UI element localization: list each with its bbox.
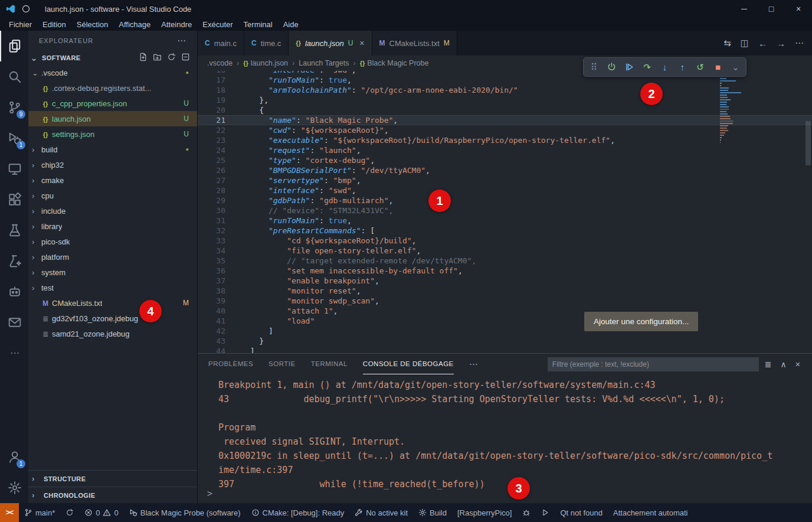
status-build[interactable]: Build	[413, 503, 452, 522]
status-cmake-status[interactable]: CMake: [Debug]: Ready	[246, 503, 350, 522]
menu-selection[interactable]: Sélection	[71, 20, 113, 29]
menu-edition[interactable]: Edition	[37, 20, 71, 29]
status-variant[interactable]: [RaspberryPico]	[452, 503, 517, 522]
tree-item-launch-json[interactable]: {}launch.jsonU	[28, 111, 197, 126]
menu-fichier[interactable]: Fichier	[4, 20, 37, 29]
debug-console[interactable]: Breakpoint 1, main () at /mnt/data/git/o…	[198, 374, 812, 503]
panel-tab-console-de-debogage[interactable]: CONSOLE DE DÉBOGAGE	[363, 354, 454, 374]
tab-launch-json[interactable]: {}launch.jsonU×	[289, 31, 372, 56]
tree-item-samd21-ozone-jdebug[interactable]: ≣samd21_ozone.jdebug	[28, 326, 197, 341]
panel-tab-sortie[interactable]: SORTIE	[269, 354, 296, 374]
status-git-branch[interactable]: main*	[19, 503, 60, 522]
minimize-button[interactable]: ─	[731, 0, 758, 18]
activity-testing[interactable]	[0, 215, 28, 246]
status-sync[interactable]	[60, 503, 79, 522]
status-debug-config[interactable]: Black Magic Probe (software)	[124, 503, 246, 522]
tab-cmakelists-txt[interactable]: MCMakeLists.txtM	[372, 31, 457, 56]
tab-main-c[interactable]: Cmain.c	[198, 31, 244, 56]
status-launch[interactable]	[536, 503, 555, 522]
clear-console-icon[interactable]: ≣	[765, 360, 772, 369]
add-configuration-button[interactable]: Ajouter une configuration...	[584, 312, 698, 331]
more-actions-icon[interactable]: ⋯	[177, 35, 186, 46]
filter-input[interactable]	[552, 360, 754, 368]
tree-item-gd32vf103-ozone-jdebug[interactable]: ≣gd32vf103_ozone.jdebug	[28, 311, 197, 326]
tree-item-build[interactable]: ›build●	[28, 142, 197, 157]
step-out-icon[interactable]: ↑	[676, 60, 689, 74]
activity-packages[interactable]	[0, 307, 28, 338]
activity-run-and-debug[interactable]: 1	[0, 123, 28, 154]
activity-search[interactable]	[0, 61, 28, 92]
panel-tab-problemes[interactable]: PROBLÈMES	[208, 354, 253, 374]
close-panel-icon[interactable]: ×	[795, 360, 800, 369]
tree-item-library[interactable]: ›library	[28, 218, 197, 234]
tree-item-chip32[interactable]: ›chip32	[28, 157, 197, 172]
section-structure[interactable]: ›STRUCTURE	[28, 470, 197, 487]
tree-item-test[interactable]: ›test	[28, 280, 197, 295]
tree-item-platform[interactable]: ›platform	[28, 249, 197, 265]
panel-tab-terminal[interactable]: TERMINAL	[311, 354, 348, 374]
section-software[interactable]: ⌄ SOFTWARE	[28, 51, 197, 65]
more-actions-icon[interactable]: ⋯	[795, 38, 804, 48]
breadcrumb-vscode[interactable]: .vscode	[207, 59, 233, 67]
menu-terminal[interactable]: Terminal	[238, 20, 278, 29]
tree-item-system[interactable]: ›system	[28, 265, 197, 280]
breadcrumb-launch-json[interactable]: {}launch.json	[243, 59, 288, 67]
tree-item-settings-json[interactable]: {}settings.jsonU	[28, 126, 197, 142]
status-active-kit[interactable]: No active kit	[349, 503, 413, 522]
maximize-button[interactable]: □	[758, 0, 785, 18]
tree-item-cmakelists-txt[interactable]: MCMakeLists.txtM	[28, 295, 197, 311]
refresh-icon[interactable]	[167, 53, 176, 63]
tree-item-pico-sdk[interactable]: ›pico-sdk	[28, 234, 197, 249]
more-actions-icon[interactable]: ⋯	[469, 359, 478, 370]
remote-indicator[interactable]: ><	[0, 503, 19, 522]
restart-icon[interactable]: ↺	[694, 60, 706, 74]
status-problems[interactable]: 00	[79, 503, 123, 522]
editor-scrollbar[interactable]	[806, 121, 811, 165]
status-qt[interactable]: Qt not found	[555, 503, 608, 522]
activity-remote-explorer[interactable]	[0, 154, 28, 184]
tree-item-c-cpp-properties-json[interactable]: {}c_cpp_properties.jsonU	[28, 96, 197, 111]
maximize-panel-icon[interactable]: ∧	[781, 360, 787, 369]
chevron-down-icon[interactable]: ⌄	[729, 60, 742, 74]
open-changes-icon[interactable]: ⇆	[723, 38, 731, 48]
menu-aide[interactable]: Aide	[278, 20, 304, 29]
close-button[interactable]: ×	[785, 0, 812, 18]
activity-cortex-debug[interactable]	[0, 276, 28, 307]
status-debug-target[interactable]	[517, 503, 536, 522]
status-auto-attach[interactable]: Attachement automati	[608, 503, 693, 522]
activity-source-control[interactable]: 9	[0, 92, 28, 123]
tree-item-cpu[interactable]: ›cpu	[28, 188, 197, 203]
activity-more-views[interactable]: ⋯	[0, 338, 28, 368]
activity-test-adapter[interactable]	[0, 246, 28, 276]
tree-item-include[interactable]: ›include	[28, 203, 197, 218]
menu-affichage[interactable]: Affichage	[113, 20, 156, 29]
menu-executer[interactable]: Exécuter	[197, 20, 238, 29]
continue-icon[interactable]	[605, 60, 618, 74]
grip-icon[interactable]: ⠿	[588, 60, 600, 74]
collapse-all-icon[interactable]	[181, 53, 190, 63]
breadcrumb-black-magic-probe[interactable]: {}Black Magic Probe	[360, 59, 429, 67]
activity-explorer[interactable]	[0, 31, 28, 61]
minimap[interactable]	[720, 74, 742, 144]
console-prompt[interactable]: >	[207, 487, 212, 501]
tree-item-vscode[interactable]: ⌄.vscode●	[28, 65, 197, 80]
step-into-icon[interactable]: ↓	[659, 60, 671, 74]
menu-atteindre[interactable]: Atteindre	[156, 20, 197, 29]
activity-settings[interactable]	[0, 472, 28, 503]
activity-extensions[interactable]	[0, 184, 28, 215]
new-folder-icon[interactable]	[153, 53, 162, 63]
section-chronologie[interactable]: ›CHRONOLOGIE	[28, 487, 197, 503]
close-icon[interactable]: ×	[359, 38, 364, 48]
tree-item-cortex-debug-registers-stat[interactable]: {}.cortex-debug.registers.stat...	[28, 80, 197, 96]
activity-accounts[interactable]: 1	[0, 442, 28, 472]
breadcrumb-launch-targets[interactable]: Launch Targets	[299, 59, 349, 67]
stop-icon[interactable]: ■	[712, 60, 724, 74]
split-editor-icon[interactable]: ◫	[741, 38, 749, 48]
navigate-back-icon[interactable]: ←	[758, 38, 767, 48]
editor[interactable]: 16 "interface": "swd",17 "runToMain": tr…	[198, 71, 812, 353]
tab-time-c[interactable]: Ctime.c	[244, 31, 289, 56]
tree-item-cmake[interactable]: ›cmake	[28, 172, 197, 188]
new-file-icon[interactable]	[139, 53, 148, 63]
step-over-icon[interactable]	[623, 60, 636, 74]
navigate-forward-icon[interactable]: →	[777, 38, 785, 48]
